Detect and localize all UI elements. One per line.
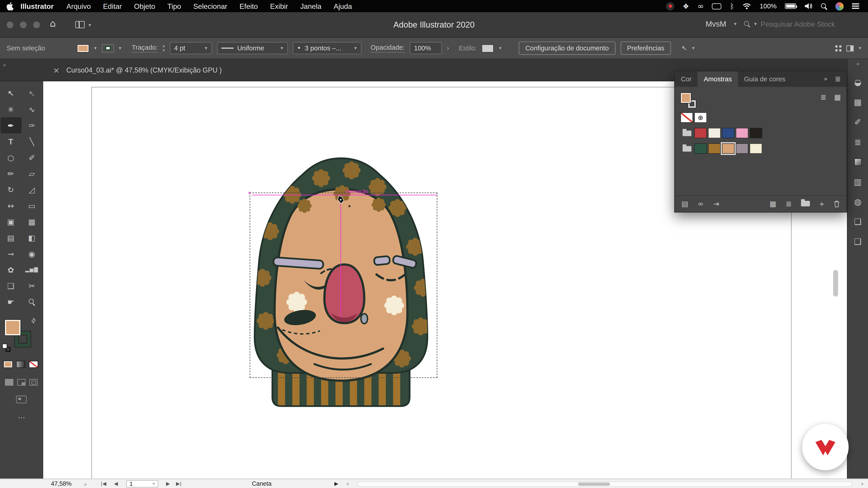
- workspace-chevron-icon[interactable]: ▾: [859, 46, 862, 51]
- swatch-list-icon[interactable]: ≣: [786, 200, 792, 207]
- layers-panel-icon[interactable]: ❏: [847, 212, 868, 232]
- workspace-grid-icon[interactable]: [836, 45, 842, 51]
- style-chevron-icon[interactable]: ▾: [499, 46, 501, 51]
- brush-select[interactable]: • 3 pontos –... ▾: [292, 42, 361, 54]
- magic-wand-tool[interactable]: ✳: [0, 101, 21, 117]
- screen-mode-button[interactable]: [16, 396, 27, 403]
- swatch-cream[interactable]: [749, 143, 762, 154]
- delete-swatch-icon[interactable]: [834, 200, 840, 207]
- swatch-green[interactable]: [694, 143, 707, 154]
- record-indicator-icon[interactable]: [666, 2, 675, 10]
- account-name[interactable]: MvsM: [706, 20, 726, 28]
- stroke-width-stepper[interactable]: ▴ ▾: [163, 44, 165, 53]
- paintbrush-tool[interactable]: ✐: [21, 149, 42, 165]
- bluetooth-icon[interactable]: ᛒ: [730, 2, 734, 10]
- swatch-red[interactable]: [694, 128, 707, 138]
- none-mode-button[interactable]: [29, 361, 38, 368]
- select-similar-icon[interactable]: ↖: [682, 45, 687, 51]
- lasso-tool[interactable]: ∿: [21, 101, 42, 117]
- swatch-group-folder-icon[interactable]: [680, 143, 693, 154]
- workspace-switcher-icon[interactable]: [847, 45, 854, 51]
- rotate-tool[interactable]: ↻: [0, 182, 21, 197]
- artboard-tool[interactable]: ❑: [0, 278, 21, 294]
- wifi-icon[interactable]: [743, 3, 751, 9]
- adobe-stock-search[interactable]: ▾: [744, 20, 844, 28]
- horizontal-scrollbar[interactable]: [357, 481, 852, 486]
- draw-inside-mode-button[interactable]: [29, 379, 38, 386]
- swatch-white[interactable]: [708, 128, 721, 138]
- menu-exibir[interactable]: Exibir: [264, 2, 294, 10]
- gradient-panel-icon[interactable]: [847, 152, 868, 172]
- panel-menu-icon[interactable]: ≣: [835, 75, 841, 83]
- stroke-width-select[interactable]: 4 pt ▾: [170, 42, 212, 54]
- stock-search-input[interactable]: [761, 20, 844, 28]
- fill-proxy-swatch[interactable]: [4, 319, 21, 336]
- slice-tool[interactable]: ✂: [21, 278, 42, 294]
- swatch-pink[interactable]: [736, 128, 748, 138]
- scale-tool[interactable]: ◿: [21, 182, 42, 197]
- control-center-icon[interactable]: [852, 3, 859, 9]
- artboard-select[interactable]: 1 ▾: [126, 480, 158, 487]
- menu-selecionar[interactable]: Selecionar: [187, 2, 233, 10]
- default-fill-stroke-icon[interactable]: [2, 344, 7, 349]
- curvature-tool[interactable]: ✑: [21, 117, 42, 133]
- next-artboard-icon[interactable]: ▶: [166, 480, 170, 488]
- eraser-tool[interactable]: ▱: [21, 165, 42, 182]
- new-swatch-icon[interactable]: +: [819, 199, 824, 209]
- libraries-icon[interactable]: ▤: [682, 200, 688, 207]
- document-setup-button[interactable]: Configuração de documento: [519, 41, 616, 55]
- draw-behind-mode-button[interactable]: [17, 379, 26, 386]
- display-icon[interactable]: [712, 3, 722, 9]
- fill-color-swatch[interactable]: [77, 44, 89, 53]
- swatch-group-folder-icon[interactable]: [680, 128, 693, 138]
- zoom-tool[interactable]: [21, 294, 42, 310]
- symbol-sprayer-tool[interactable]: ✿: [0, 262, 21, 278]
- menu-ajuda[interactable]: Ajuda: [328, 2, 358, 10]
- swatch-mauve[interactable]: [736, 143, 748, 154]
- account-chevron-icon[interactable]: ▾: [734, 21, 737, 26]
- prev-artboard-icon[interactable]: ◀: [114, 480, 118, 488]
- tab-cor[interactable]: Cor: [675, 71, 698, 87]
- expand-panels-icon[interactable]: «: [856, 61, 860, 72]
- color-mode-button[interactable]: [3, 361, 13, 368]
- spotlight-search-icon[interactable]: [821, 3, 827, 9]
- hand-tool[interactable]: ☛: [0, 294, 21, 310]
- swatch-registration[interactable]: ⊕: [694, 112, 707, 123]
- draw-normal-mode-button[interactable]: [5, 379, 13, 386]
- glasses-icon[interactable]: ∞: [698, 2, 704, 10]
- column-graph-tool[interactable]: ▂▅▇: [21, 262, 42, 278]
- zoom-chevron-icon[interactable]: ▾: [84, 481, 87, 488]
- opacity-value-box[interactable]: 100%: [410, 42, 442, 54]
- selection-tool[interactable]: ↖: [0, 85, 21, 101]
- panel-fill-proxy[interactable]: [680, 92, 691, 103]
- scroll-left-icon[interactable]: ‹: [346, 480, 349, 488]
- perspective-grid-tool[interactable]: ▦: [21, 214, 42, 230]
- opacity-submenu-icon[interactable]: ›: [447, 45, 450, 51]
- volume-icon[interactable]: [804, 3, 813, 9]
- stroke-color-swatch[interactable]: [101, 44, 114, 53]
- ellipse-tool[interactable]: ○: [0, 149, 21, 165]
- close-document-icon[interactable]: ×: [53, 66, 60, 74]
- swatch-brown[interactable]: [708, 143, 721, 154]
- width-tool[interactable]: ↔: [0, 197, 21, 214]
- stroke-label[interactable]: Traçado:: [132, 43, 158, 53]
- menubar-app-name[interactable]: Illustrator: [14, 2, 60, 10]
- swatch-tan-selected[interactable]: [722, 143, 735, 154]
- opacity-label[interactable]: Opacidade:: [371, 43, 405, 53]
- eyedropper-tool[interactable]: ⊸: [0, 246, 21, 262]
- menu-arquivo[interactable]: Arquivo: [60, 2, 97, 10]
- document-tab-title[interactable]: Curso04_03.ai* @ 47,58% (CMYK/Exibição G…: [66, 66, 222, 74]
- fill-chevron-icon[interactable]: ▾: [94, 46, 96, 51]
- menu-objeto[interactable]: Objeto: [128, 2, 161, 10]
- brushes-panel-icon[interactable]: ✐: [847, 112, 868, 132]
- apple-icon[interactable]: [6, 2, 14, 10]
- tab-guia-de-cores[interactable]: Guia de cores: [738, 71, 792, 87]
- transparency-panel-icon[interactable]: ▥: [847, 172, 868, 192]
- menu-efeito[interactable]: Efeito: [233, 2, 264, 10]
- swatch-blue[interactable]: [722, 128, 735, 138]
- horizontal-scrollbar-thumb[interactable]: [578, 482, 610, 486]
- mesh-tool[interactable]: ▤: [0, 230, 21, 246]
- gradient-tool[interactable]: ◧: [21, 230, 42, 246]
- preferences-button[interactable]: Preferências: [620, 41, 671, 55]
- grid-view-icon[interactable]: ▦: [834, 94, 841, 101]
